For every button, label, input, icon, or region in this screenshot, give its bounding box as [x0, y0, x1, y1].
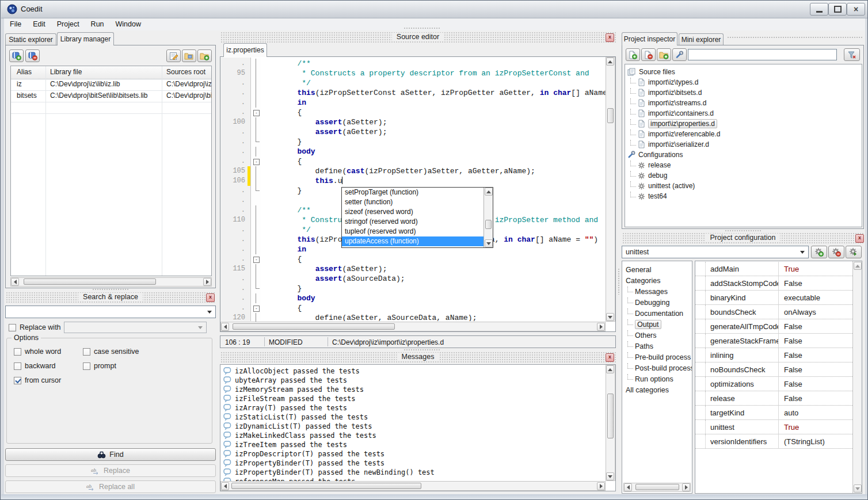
messages-hscrollbar[interactable]	[220, 481, 606, 491]
filter-input[interactable]	[690, 50, 836, 60]
tree-item[interactable]: import\iz\bitsets.d	[627, 87, 862, 98]
chevron-down-icon[interactable]	[800, 251, 805, 256]
property-value[interactable]: False	[779, 377, 852, 391]
fold-marker[interactable]: -	[251, 303, 261, 313]
menu-run[interactable]: Run	[85, 18, 110, 30]
code-line[interactable]: this.u	[261, 176, 606, 186]
completion-popup[interactable]: setPropTarget (function)setter (function…	[341, 187, 493, 248]
property-value[interactable]: False	[779, 348, 852, 362]
category-item[interactable]: Others	[625, 330, 692, 341]
tree-item[interactable]: test64	[627, 191, 862, 201]
property-value[interactable]: False	[779, 362, 852, 376]
splitter-grip[interactable]	[403, 349, 440, 352]
messages-panel[interactable]: izAllocObject passed the testsubyteArray…	[220, 364, 616, 491]
message-item[interactable]: izMemoryStream passed the tests	[220, 385, 606, 394]
category-item[interactable]: Paths	[625, 341, 692, 352]
property-value[interactable]: False	[779, 334, 852, 348]
code-line[interactable]: {	[261, 303, 606, 313]
code-line[interactable]: {	[261, 254, 606, 264]
tree-item[interactable]: debug	[627, 170, 862, 181]
option-prompt[interactable]: prompt	[83, 362, 116, 370]
splitter-grip[interactable]	[92, 288, 129, 291]
replace-with-checkbox[interactable]: Replace with	[9, 323, 61, 331]
add-configuration-button[interactable]	[811, 246, 827, 258]
tab-library-manager[interactable]: Library manager	[57, 32, 114, 45]
title-bar[interactable]: Coedit ×	[1, 1, 867, 18]
checkbox[interactable]	[83, 362, 90, 370]
source-editor-header[interactable]: Source editor x	[220, 32, 616, 43]
categories-hscrollbar[interactable]	[623, 483, 691, 492]
category-item[interactable]: Categories	[625, 275, 692, 286]
remove-source-button[interactable]	[641, 48, 656, 61]
tab-static-explorer[interactable]: Static explorer	[5, 33, 56, 45]
code-line[interactable]: body	[261, 147, 606, 157]
fold-collapse-icon[interactable]: -	[253, 159, 260, 165]
completion-item[interactable]: tupleof (reserved word)	[342, 227, 484, 236]
close-panel-button[interactable]: x	[855, 234, 864, 243]
property-value[interactable]: False	[779, 391, 852, 405]
message-item[interactable]: izPropertyBinder(T) passed the tests	[220, 459, 606, 468]
option-whole-word[interactable]: whole word	[14, 348, 61, 356]
property-grid[interactable]: addMainTrueaddStackStompCodeFalsebinaryK…	[695, 261, 862, 494]
completion-item[interactable]: setPropTarget (function)	[342, 188, 484, 197]
category-item[interactable]: General	[625, 264, 692, 275]
completion-item[interactable]: setter (function)	[342, 197, 484, 207]
code-line[interactable]: assert(aSourceData);	[261, 274, 606, 284]
category-item[interactable]: All categories	[625, 384, 692, 395]
property-row[interactable]: addStackStompCodeFalse	[695, 276, 852, 291]
property-row[interactable]: targetKindauto	[695, 406, 852, 420]
message-item[interactable]: izFileStream passed the tests	[220, 394, 606, 403]
completion-scrollbar[interactable]	[484, 188, 493, 247]
remove-configuration-button[interactable]	[828, 246, 844, 258]
propgrid-vscrollbar[interactable]	[852, 261, 862, 493]
library-table-hscrollbar[interactable]	[10, 277, 212, 287]
property-row[interactable]: generateAllTmpCodeFalse	[695, 319, 852, 334]
property-value[interactable]: True	[779, 262, 852, 276]
close-panel-button[interactable]: x	[206, 293, 215, 302]
code-line[interactable]: define(aSetter, aSourceData, aName);	[261, 313, 606, 321]
add-sources-folder-button[interactable]	[197, 49, 212, 62]
inspector-tree[interactable]: Source filesimport\iz\types.dimport\iz\b…	[625, 64, 862, 227]
editor-vscrollbar[interactable]	[606, 57, 615, 322]
edit-library-button[interactable]	[166, 49, 181, 62]
property-value[interactable]: onAlways	[779, 305, 852, 319]
table-row[interactable]: bitsetsC:\Dev\dproj\bitSet\lib\bitsets.l…	[11, 90, 211, 102]
code-line[interactable]: {	[261, 108, 606, 117]
checkbox[interactable]	[9, 324, 16, 331]
tree-item[interactable]: import\iz\types.d	[627, 77, 862, 87]
category-item[interactable]: Output	[625, 319, 692, 330]
find-button[interactable]: Find	[5, 448, 216, 461]
messages-list[interactable]: izAllocObject passed the testsubyteArray…	[220, 367, 606, 481]
source-editor[interactable]: .95....100....105106...110....115....120…	[220, 56, 616, 332]
category-item[interactable]: Messages	[625, 286, 692, 297]
property-row[interactable]: binaryKindexecutable	[695, 291, 852, 305]
property-row[interactable]: versionIdentifiers(TStringList)	[695, 434, 852, 449]
property-row[interactable]: noBoundsCheckFalse	[695, 362, 852, 377]
tree-item[interactable]: import\iz\streams.d	[627, 98, 862, 108]
code-line[interactable]: }	[261, 137, 606, 147]
close-button[interactable]: ×	[847, 3, 865, 16]
property-value[interactable]: auto	[779, 406, 852, 419]
category-item[interactable]: Debugging	[625, 297, 692, 308]
tree-item[interactable]: import\iz\serializer.d	[627, 139, 862, 150]
splitter-grip[interactable]	[725, 230, 762, 232]
menu-project[interactable]: Project	[51, 18, 85, 30]
category-item[interactable]: Pre-build process	[625, 352, 692, 362]
project-configuration-header[interactable]: Project configuration x	[622, 233, 864, 243]
category-item[interactable]: Documentation	[625, 308, 692, 319]
message-item[interactable]: izPropDescriptor(T) passed the tests	[220, 449, 606, 459]
code-line[interactable]: }	[261, 284, 606, 293]
property-row[interactable]: addMainTrue	[695, 262, 852, 276]
tree-item[interactable]: release	[627, 160, 862, 170]
search-replace-header[interactable]: Search & replace x	[5, 292, 216, 303]
fold-marker[interactable]: -	[251, 157, 261, 166]
code-line[interactable]: assert(aSetter);	[261, 117, 606, 127]
messages-vscrollbar[interactable]	[606, 365, 615, 481]
tab-iz-properties[interactable]: iz.properties	[223, 43, 267, 57]
tree-item[interactable]: import\iz\properties.d	[627, 119, 862, 129]
option-backward[interactable]: backward	[14, 362, 56, 370]
activate-configuration-button[interactable]	[846, 246, 862, 258]
checkbox[interactable]	[83, 348, 90, 356]
tree-item[interactable]: Configurations	[627, 150, 862, 160]
chevron-down-icon[interactable]	[207, 311, 212, 316]
